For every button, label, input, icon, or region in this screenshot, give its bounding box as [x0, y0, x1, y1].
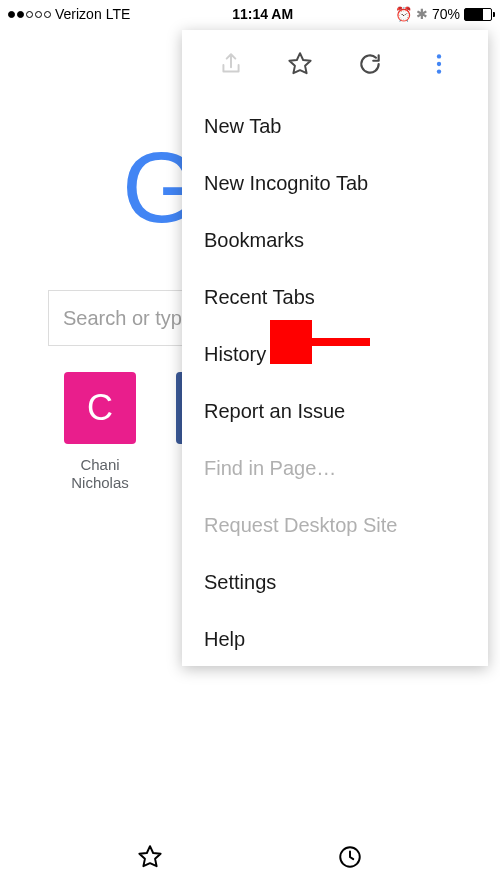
battery-percent-label: 70% — [432, 6, 460, 22]
star-icon — [287, 51, 313, 77]
menu-item-new-incognito[interactable]: New Incognito Tab — [182, 155, 488, 212]
share-icon — [218, 51, 244, 77]
network-label: LTE — [106, 6, 131, 22]
clock-label: 11:14 AM — [232, 6, 293, 22]
bookmarks-tab-button[interactable] — [137, 844, 163, 874]
clock-icon — [337, 844, 363, 870]
menu-item-report-issue[interactable]: Report an Issue — [182, 383, 488, 440]
bookmark-star-button[interactable] — [266, 46, 336, 82]
menu-item-new-tab[interactable]: New Tab — [182, 98, 488, 155]
star-icon — [137, 844, 163, 870]
menu-item-bookmarks[interactable]: Bookmarks — [182, 212, 488, 269]
menu-item-find-in-page: Find in Page… — [182, 440, 488, 497]
menu-item-request-desktop: Request Desktop Site — [182, 497, 488, 554]
recent-tab-button[interactable] — [337, 844, 363, 874]
reload-icon — [357, 51, 383, 77]
shortcut-tile: C — [64, 372, 136, 444]
share-button — [196, 46, 266, 82]
svg-point-1 — [437, 62, 441, 66]
overflow-menu: New Tab New Incognito Tab Bookmarks Rece… — [182, 30, 488, 666]
signal-dots — [8, 11, 51, 18]
svg-point-2 — [437, 69, 441, 73]
menu-item-help[interactable]: Help — [182, 611, 488, 668]
bluetooth-icon: ✱ — [416, 6, 428, 22]
shortcut-chani-nicholas[interactable]: C Chani Nicholas — [60, 372, 140, 492]
menu-item-history[interactable]: History — [182, 326, 488, 383]
bottom-toolbar — [0, 829, 500, 889]
more-options-button[interactable] — [405, 46, 475, 82]
more-vertical-icon — [426, 51, 452, 77]
menu-item-recent-tabs[interactable]: Recent Tabs — [182, 269, 488, 326]
menu-toolbar — [182, 30, 488, 92]
shortcut-label: Chani Nicholas — [60, 456, 140, 492]
svg-point-0 — [437, 54, 441, 58]
reload-button[interactable] — [335, 46, 405, 82]
alarm-icon: ⏰ — [395, 6, 412, 22]
status-bar: Verizon LTE 11:14 AM ⏰ ✱ 70% — [0, 0, 500, 28]
carrier-label: Verizon — [55, 6, 102, 22]
battery-icon — [464, 8, 492, 21]
menu-item-settings[interactable]: Settings — [182, 554, 488, 611]
